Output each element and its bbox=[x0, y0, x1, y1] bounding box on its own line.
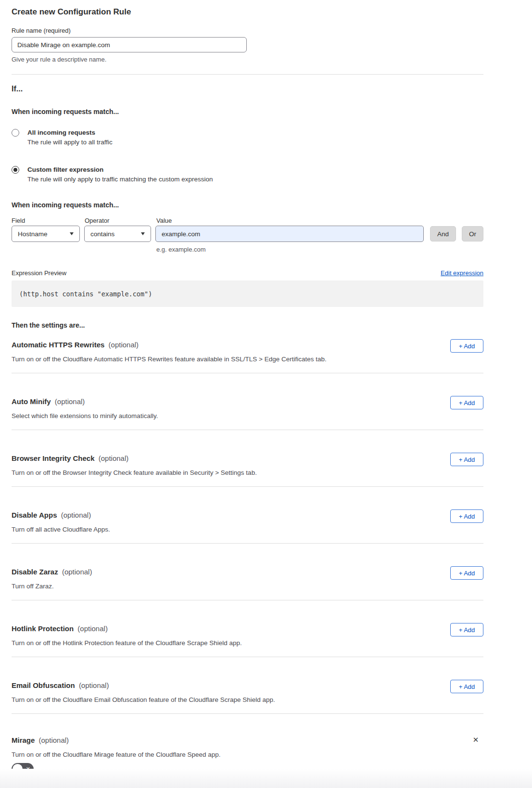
expression-preview-row: Expression Preview Edit expression bbox=[12, 269, 483, 278]
setting-auto-minify: Auto Minify (optional) + Add Select whic… bbox=[12, 373, 483, 430]
rule-name-help: Give your rule a descriptive name. bbox=[12, 56, 483, 64]
setting-description: Turn on or off the Cloudflare Mirage fea… bbox=[12, 750, 483, 759]
field-column-label: Field bbox=[12, 217, 85, 225]
setting-title: Hotlink Protection (optional) bbox=[12, 624, 483, 634]
field-select-value: Hostname bbox=[18, 230, 48, 238]
close-icon[interactable]: ✕ bbox=[471, 735, 481, 745]
chevron-down-icon bbox=[141, 232, 145, 235]
setting-title: Mirage (optional) bbox=[12, 736, 483, 745]
value-hint: e.g. example.com bbox=[156, 246, 483, 254]
radio-option-text: All incoming requests The rule will appl… bbox=[27, 128, 113, 147]
operator-select-value: contains bbox=[90, 230, 114, 238]
radio-option-text: Custom filter expression The rule will o… bbox=[27, 165, 213, 184]
setting-title-text: Auto Minify bbox=[12, 397, 51, 406]
add-button[interactable]: + Add bbox=[450, 509, 483, 523]
add-button[interactable]: + Add bbox=[450, 623, 483, 636]
setting-title: Browser Integrity Check (optional) bbox=[12, 454, 483, 463]
value-input[interactable] bbox=[155, 226, 424, 242]
setting-title-text: Hotlink Protection bbox=[12, 624, 74, 633]
filter-builder-row: Hostname contains And Or bbox=[12, 226, 483, 242]
expression-preview-label: Expression Preview bbox=[12, 269, 66, 278]
radio-option-label: Custom filter expression bbox=[27, 165, 213, 174]
setting-description: Turn off all active Cloudflare Apps. bbox=[12, 525, 483, 534]
setting-optional-suffix: (optional) bbox=[61, 511, 91, 519]
page-title: Create new Configuration Rule bbox=[12, 7, 483, 17]
add-button[interactable]: + Add bbox=[450, 339, 483, 353]
bottom-gradient-strip bbox=[0, 769, 532, 788]
rule-name-label: Rule name (required) bbox=[12, 27, 483, 35]
rule-name-input[interactable] bbox=[12, 37, 247, 52]
setting-disable-zaraz: Disable Zaraz (optional) + Add Turn off … bbox=[12, 544, 483, 600]
radio-option-label: All incoming requests bbox=[27, 128, 113, 137]
chevron-down-icon bbox=[70, 232, 74, 235]
radio-option-all-incoming-requests[interactable]: All incoming requests The rule will appl… bbox=[12, 128, 483, 147]
add-button[interactable]: + Add bbox=[450, 453, 483, 466]
setting-title-text: Automatic HTTPS Rewrites bbox=[12, 341, 104, 349]
radio-option-description: The rule will only apply to traffic matc… bbox=[27, 175, 213, 184]
setting-title-text: Email Obfuscation bbox=[12, 681, 75, 689]
setting-title-text: Disable Zaraz bbox=[12, 568, 58, 576]
filter-builder-column-labels: Field Operator Value bbox=[12, 217, 483, 225]
field-select[interactable]: Hostname bbox=[12, 226, 80, 242]
setting-description: Turn on or off the Hotlink Protection fe… bbox=[12, 639, 483, 647]
setting-optional-suffix: (optional) bbox=[109, 341, 139, 349]
setting-description: Turn on or off the Cloudflare Automatic … bbox=[12, 355, 483, 363]
settings-heading: Then the settings are... bbox=[12, 320, 483, 330]
radio-option-custom-filter-expression[interactable]: Custom filter expression The rule will o… bbox=[12, 165, 483, 184]
setting-hotlink-protection: Hotlink Protection (optional) + Add Turn… bbox=[12, 600, 483, 657]
setting-optional-suffix: (optional) bbox=[62, 568, 92, 576]
divider bbox=[12, 74, 483, 75]
expression-code: (http.host contains "example.com") bbox=[19, 290, 152, 298]
setting-optional-suffix: (optional) bbox=[79, 681, 109, 689]
edit-expression-link[interactable]: Edit expression bbox=[441, 269, 483, 277]
setting-title: Email Obfuscation (optional) bbox=[12, 681, 483, 690]
create-configuration-rule-form: Create new Configuration Rule Rule name … bbox=[12, 0, 483, 775]
setting-mirage: Mirage (optional) ✕ Turn on or off the C… bbox=[12, 714, 483, 775]
setting-title: Disable Apps (optional) bbox=[12, 510, 483, 520]
setting-optional-suffix: (optional) bbox=[77, 624, 108, 633]
or-button[interactable]: Or bbox=[462, 226, 483, 241]
operator-select[interactable]: contains bbox=[84, 226, 151, 242]
if-heading: If... bbox=[12, 84, 483, 94]
add-button[interactable]: + Add bbox=[450, 566, 483, 580]
setting-title-text: Disable Apps bbox=[12, 511, 57, 519]
setting-automatic-https-rewrites: Automatic HTTPS Rewrites (optional) + Ad… bbox=[12, 330, 483, 373]
setting-description: Select which file extensions to minify a… bbox=[12, 412, 483, 420]
add-button[interactable]: + Add bbox=[450, 396, 483, 409]
filter-builder-heading: When incoming requests match... bbox=[12, 201, 483, 209]
expression-preview-box: (http.host contains "example.com") bbox=[12, 280, 483, 307]
radio-button-checked[interactable] bbox=[12, 166, 19, 174]
setting-email-obfuscation: Email Obfuscation (optional) + Add Turn … bbox=[12, 657, 483, 714]
radio-button-unchecked[interactable] bbox=[12, 129, 19, 137]
setting-title: Auto Minify (optional) bbox=[12, 397, 483, 407]
setting-optional-suffix: (optional) bbox=[55, 397, 85, 406]
setting-description: Turn off Zaraz. bbox=[12, 582, 483, 590]
setting-optional-suffix: (optional) bbox=[39, 736, 69, 744]
and-button[interactable]: And bbox=[430, 226, 456, 241]
radio-option-description: The rule will apply to all traffic bbox=[27, 138, 113, 147]
value-column-label: Value bbox=[156, 217, 172, 225]
setting-title-text: Mirage bbox=[12, 736, 35, 744]
setting-title-text: Browser Integrity Check bbox=[12, 454, 95, 462]
setting-disable-apps: Disable Apps (optional) + Add Turn off a… bbox=[12, 487, 483, 544]
setting-description: Turn on or off the Cloudflare Email Obfu… bbox=[12, 696, 483, 704]
operator-column-label: Operator bbox=[85, 217, 156, 225]
setting-title: Automatic HTTPS Rewrites (optional) bbox=[12, 340, 483, 350]
setting-description: Turn on or off the Browser Integrity Che… bbox=[12, 469, 483, 477]
incoming-requests-match-heading: When incoming requests match... bbox=[12, 107, 483, 116]
add-button[interactable]: + Add bbox=[450, 680, 483, 693]
setting-optional-suffix: (optional) bbox=[99, 454, 129, 462]
setting-browser-integrity-check: Browser Integrity Check (optional) + Add… bbox=[12, 430, 483, 487]
setting-title: Disable Zaraz (optional) bbox=[12, 567, 483, 577]
